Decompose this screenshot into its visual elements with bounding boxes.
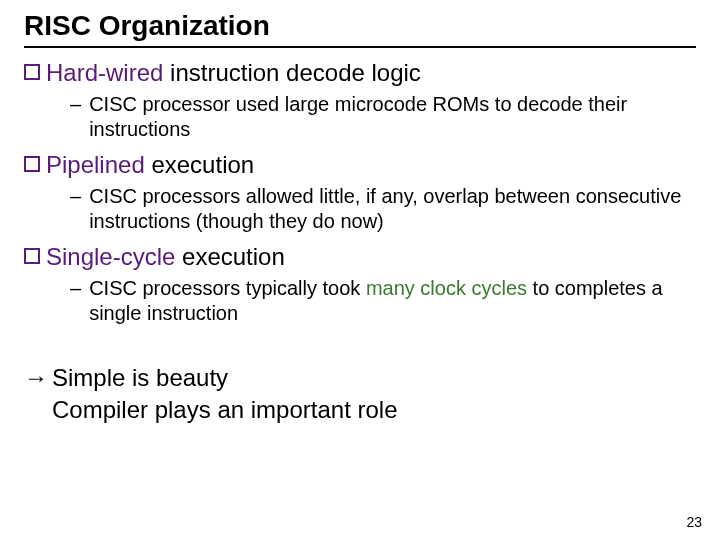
page-number: 23 [686, 514, 702, 530]
arrow-icon: → [24, 362, 52, 394]
sub-bullet: – CISC processors allowed little, if any… [70, 184, 696, 234]
closing-block: → Simple is beauty Compiler plays an imp… [24, 362, 696, 427]
bullet-heading: Hard-wired instruction decode logic [46, 58, 421, 88]
bullet-item: Single-cycle execution [24, 242, 696, 272]
sub-text-pre: CISC processors typically took [89, 277, 366, 299]
heading-emphasis: Hard-wired [46, 59, 163, 86]
heading-emphasis: Single-cycle [46, 243, 175, 270]
heading-rest: execution [175, 243, 284, 270]
sub-text-pre: CISC processor used large microcode ROMs… [89, 93, 627, 140]
sub-bullet: – CISC processor used large microcode RO… [70, 92, 696, 142]
square-bullet-icon [24, 248, 40, 264]
square-bullet-icon [24, 156, 40, 172]
bullet-item: Pipelined execution [24, 150, 696, 180]
sub-bullet: – CISC processors typically took many cl… [70, 276, 696, 326]
bullet-heading: Single-cycle execution [46, 242, 285, 272]
sub-bullet-text: CISC processor used large microcode ROMs… [89, 92, 696, 142]
slide: RISC Organization Hard-wired instruction… [0, 0, 720, 540]
square-bullet-icon [24, 64, 40, 80]
closing-text-1: Simple is beauty [52, 362, 228, 394]
arrow-spacer [24, 394, 52, 426]
dash-icon: – [70, 276, 81, 326]
slide-title: RISC Organization [24, 10, 696, 48]
bullet-item: Hard-wired instruction decode logic [24, 58, 696, 88]
closing-line-2: Compiler plays an important role [24, 394, 696, 426]
heading-rest: instruction decode logic [163, 59, 420, 86]
heading-emphasis: Pipelined [46, 151, 145, 178]
closing-line-1: → Simple is beauty [24, 362, 696, 394]
sub-text-green: many clock cycles [366, 277, 527, 299]
closing-text-2: Compiler plays an important role [52, 394, 397, 426]
bullet-heading: Pipelined execution [46, 150, 254, 180]
sub-bullet-text: CISC processors allowed little, if any, … [89, 184, 696, 234]
heading-rest: execution [145, 151, 254, 178]
dash-icon: – [70, 92, 81, 142]
sub-text-pre: CISC processors allowed little, if any, … [89, 185, 681, 232]
dash-icon: – [70, 184, 81, 234]
sub-bullet-text: CISC processors typically took many cloc… [89, 276, 696, 326]
